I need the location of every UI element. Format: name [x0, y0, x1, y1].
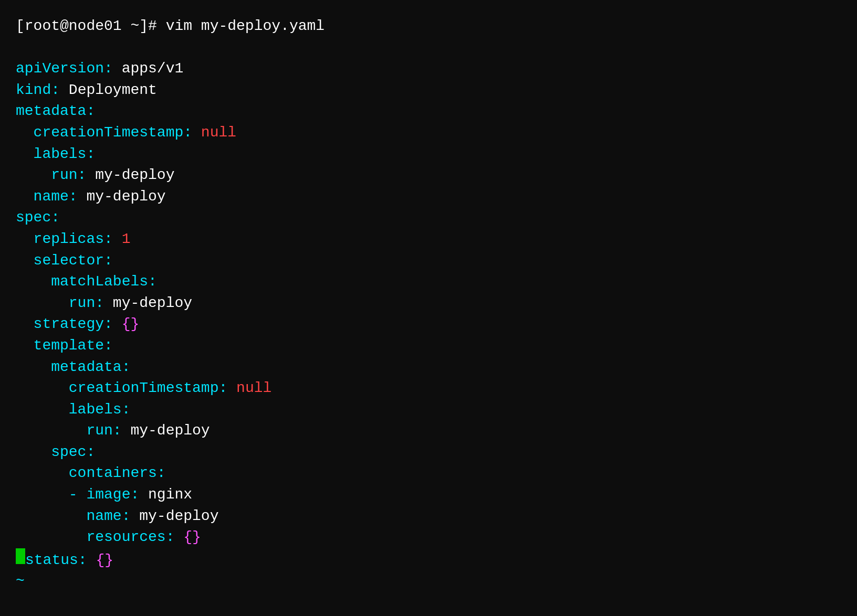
line-resources: resources: {}: [16, 527, 841, 548]
val-strategy: {}: [122, 314, 140, 335]
key-containers: containers:: [16, 463, 166, 484]
line-strategy: strategy: {}: [16, 314, 841, 335]
line-run-1: run: my-deploy: [16, 165, 841, 186]
key-name-1: name:: [16, 186, 86, 208]
key-name-2: name:: [16, 506, 139, 527]
cursor-block: [16, 548, 25, 564]
key-selector: selector:: [16, 250, 113, 272]
key-run-3: run:: [16, 420, 130, 442]
key-replicas: replicas:: [16, 229, 122, 250]
line-kind: kind: Deployment: [16, 80, 841, 101]
line-image: - image: nginx: [16, 484, 841, 506]
key-resources: resources:: [16, 527, 183, 548]
val-replicas: 1: [122, 229, 131, 250]
line-name-1: name: my-deploy: [16, 186, 841, 208]
terminal-window: [root@node01 ~]# vim my-deploy.yaml apiV…: [0, 0, 857, 616]
key-metadata-2: metadata:: [16, 357, 130, 378]
line-spec-1: spec:: [16, 207, 841, 229]
val-kind: Deployment: [69, 80, 157, 101]
key-labels-2: labels:: [16, 399, 130, 421]
blank-line-bottom: ~: [16, 571, 841, 592]
tilde: ~: [16, 571, 25, 592]
prompt-text: [root@node01 ~]# vim my-deploy.yaml: [16, 16, 325, 37]
val-name-1: my-deploy: [86, 186, 165, 208]
key-status: status:: [25, 550, 96, 571]
line-name-2: name: my-deploy: [16, 506, 841, 527]
key-labels-1: labels:: [16, 144, 95, 165]
key-apiversion: apiVersion:: [16, 58, 122, 80]
val-name-2: my-deploy: [139, 506, 218, 527]
val-apiversion: apps/v1: [122, 58, 184, 80]
line-metadata: metadata:: [16, 101, 841, 122]
key-kind: kind:: [16, 80, 69, 101]
line-labels-2: labels:: [16, 399, 841, 421]
key-spec-2: spec:: [16, 442, 95, 463]
line-metadata-2: metadata:: [16, 357, 841, 378]
line-spec-2: spec:: [16, 442, 841, 463]
val-resources: {}: [183, 527, 201, 548]
key-spec-1: spec:: [16, 207, 60, 229]
val-null-2: null: [236, 378, 271, 399]
line-run-3: run: my-deploy: [16, 420, 841, 442]
val-run-3: my-deploy: [130, 420, 210, 442]
val-status: {}: [96, 550, 113, 571]
line-creation-ts-2: creationTimestamp: null: [16, 378, 841, 399]
key-run-1: run:: [16, 165, 95, 186]
blank-line-1: [16, 37, 841, 59]
key-creation-ts-1: creationTimestamp:: [16, 122, 201, 144]
line-run-2: run: my-deploy: [16, 293, 841, 314]
prompt-line: [root@node01 ~]# vim my-deploy.yaml: [16, 16, 841, 37]
val-run-1: my-deploy: [95, 165, 174, 186]
key-metadata: metadata:: [16, 101, 95, 122]
line-containers: containers:: [16, 463, 841, 484]
line-status: status: {}: [16, 548, 841, 571]
line-template: template:: [16, 335, 841, 357]
val-image: nginx: [148, 484, 192, 506]
line-creation-ts-1: creationTimestamp: null: [16, 122, 841, 144]
key-run-2: run:: [16, 293, 113, 314]
val-run-2: my-deploy: [113, 293, 192, 314]
key-matchlabels: matchLabels:: [16, 271, 157, 293]
line-selector: selector:: [16, 250, 841, 272]
val-null-1: null: [201, 122, 236, 144]
line-replicas: replicas: 1: [16, 229, 841, 250]
key-template: template:: [16, 335, 113, 357]
line-labels-1: labels:: [16, 144, 841, 165]
key-image: - image:: [16, 484, 148, 506]
key-creation-ts-2: creationTimestamp:: [16, 378, 236, 399]
line-matchlabels: matchLabels:: [16, 271, 841, 293]
line-apiversion: apiVersion: apps/v1: [16, 58, 841, 80]
key-strategy: strategy:: [16, 314, 122, 335]
